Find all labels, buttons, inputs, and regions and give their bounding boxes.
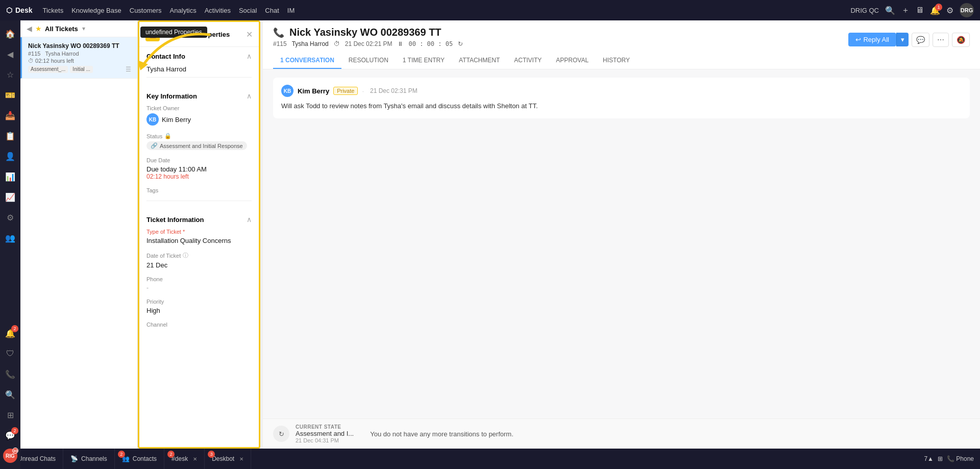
contact-info-chevron[interactable]: ∧ xyxy=(247,52,252,60)
notifications-icon[interactable]: 🔔 1 xyxy=(930,6,940,15)
nav-customers[interactable]: Customers xyxy=(130,7,162,14)
bottom-tab-desk[interactable]: #desk 2 ✕ xyxy=(164,449,205,469)
sidebar-chat-badge[interactable]: 💬 2 xyxy=(1,426,19,445)
state-label: CURRENT STATE xyxy=(296,424,354,430)
sidebar-grid[interactable]: ⊞ xyxy=(1,406,19,424)
nav-social[interactable]: Social xyxy=(239,7,257,14)
bottom-tab-channels[interactable]: 📡 Channels xyxy=(63,449,115,469)
ticket-item[interactable]: Nick Yasinsky WO 00289369 TT #115 Tysha … xyxy=(20,37,137,79)
status-field: Status 🔒 🔗 Assessment and Initial Respon… xyxy=(146,133,252,150)
sidebar-users[interactable]: 👤 xyxy=(1,147,19,165)
nav-analytics[interactable]: Analytics xyxy=(170,7,197,14)
channels-icon: 📡 xyxy=(70,455,78,462)
nav-activities[interactable]: Activities xyxy=(205,7,231,14)
sidebar-search[interactable]: 🔍 xyxy=(1,385,19,404)
reply-all-label: Reply All xyxy=(863,36,889,43)
desk-close-icon[interactable]: ✕ xyxy=(193,456,197,462)
ticket-item-tags: Assessment_... Initial ... ☰ xyxy=(28,66,131,73)
state-banner: ↻ CURRENT STATE Assessment and I... 21 D… xyxy=(263,418,980,449)
sidebar-org-circle[interactable]: RIG 30 xyxy=(1,447,19,465)
sidebar-collapse[interactable]: ◀ xyxy=(1,45,19,63)
bottom-tab-contacts[interactable]: 👥 Contacts 2 xyxy=(115,449,164,469)
more-actions-button[interactable]: ⋯ xyxy=(933,33,949,47)
desktop-icon[interactable]: 🖥 xyxy=(916,6,924,15)
mute-button[interactable]: 🔕 xyxy=(952,33,970,47)
state-value: Assessment and I... xyxy=(296,430,354,437)
chevron-down-icon[interactable]: ▾ xyxy=(82,25,85,32)
chat-action-button[interactable]: 💬 xyxy=(912,33,929,47)
ticket-info-chevron[interactable]: ∧ xyxy=(247,215,252,224)
sidebar-tickets[interactable]: 🎫 xyxy=(1,86,19,104)
nav-chat[interactable]: Chat xyxy=(265,7,279,14)
ticket-owner-field: Ticket Owner KB Kim Berry xyxy=(146,105,252,126)
sidebar-chart[interactable]: 📊 xyxy=(1,167,19,186)
ticket-type-label: Type of Ticket * xyxy=(146,229,252,235)
tab-history[interactable]: HISTORY xyxy=(596,53,637,69)
status-badge[interactable]: 🔗 Assessment and Initial Response xyxy=(146,141,247,150)
tabs-row: 1 CONVERSATION RESOLUTION 1 TIME ENTRY A… xyxy=(273,53,970,69)
sidebar-alerts[interactable]: 🔔 2 xyxy=(1,324,19,342)
sidebar-contacts[interactable]: 👥 xyxy=(1,229,19,247)
priority-value: High xyxy=(146,307,252,314)
settings-icon[interactable]: ⚙ xyxy=(946,6,953,15)
deskbot-close-icon[interactable]: ✕ xyxy=(239,456,243,462)
contact-name: Tysha Harrod xyxy=(146,65,252,73)
state-date: 21 Dec 04:31 PM xyxy=(296,437,354,443)
reply-all-button-group: ↩ Reply All ▾ xyxy=(848,33,909,46)
grid-icon[interactable]: ⊞ xyxy=(938,455,943,462)
tab-conversation[interactable]: 1 CONVERSATION xyxy=(273,53,341,69)
app-logo[interactable]: ⬡ Desk xyxy=(6,6,32,14)
top-navigation: ⬡ Desk Tickets Knowledge Base Customers … xyxy=(0,0,980,20)
reply-all-dropdown[interactable]: ▾ xyxy=(896,33,909,46)
bottom-right: 7▲ ⊞ 📞 Phone xyxy=(918,455,980,462)
sidebar-active[interactable]: 📋 xyxy=(1,127,19,145)
search-icon[interactable]: 🔍 xyxy=(885,6,895,15)
sidebar-reports[interactable]: 📈 xyxy=(1,188,19,206)
main-header: 📞 Nick Yasinsky WO 00289369 TT #115 Tysh… xyxy=(263,20,980,69)
reply-all-button[interactable]: ↩ Reply All xyxy=(848,33,896,46)
ticket-datetime: 21 Dec 02:21 PM xyxy=(345,40,393,47)
phone-field: Phone - xyxy=(146,276,252,291)
bottom-bar: 💬 30 Unread Chats 📡 Channels 👥 Contacts … xyxy=(0,449,980,469)
nav-knowledge-base[interactable]: Knowledge Base xyxy=(71,7,121,14)
ticket-info-header: Ticket Information ∧ xyxy=(146,215,252,224)
logo-icon: ⬡ xyxy=(6,6,12,14)
refresh-icon[interactable]: ↻ xyxy=(458,40,463,47)
tag-assessment: Assessment_... xyxy=(28,66,68,73)
desk-label: #desk xyxy=(172,455,188,462)
ticket-owner-label: Ticket Owner xyxy=(146,105,252,111)
sidebar-inbox[interactable]: 📥 xyxy=(1,106,19,125)
list-icon[interactable]: ☰ xyxy=(126,66,131,73)
phone-bottom[interactable]: 📞 Phone xyxy=(947,455,974,462)
date-value: 21 Dec xyxy=(146,261,252,269)
ticket-list-title[interactable]: All Tickets xyxy=(45,25,78,33)
message-time: 21 Dec 02:31 PM xyxy=(370,87,418,94)
ticket-meta-row: #115 Tysha Harrod ⏱ 21 Dec 02:21 PM ⏸ 00… xyxy=(273,40,463,47)
contacts-label: Contacts xyxy=(133,455,157,462)
tab-resolution[interactable]: RESOLUTION xyxy=(341,53,396,69)
nav-im[interactable]: IM xyxy=(287,7,295,14)
sidebar-star[interactable]: ☆ xyxy=(1,65,19,84)
star-icon[interactable]: ★ xyxy=(35,24,42,33)
ticket-item-id: #115 xyxy=(28,51,40,57)
properties-close-icon[interactable]: ✕ xyxy=(246,30,253,39)
tab-time-entry[interactable]: 1 TIME ENTRY xyxy=(396,53,452,69)
phone-value: - xyxy=(146,284,252,291)
tab-activity[interactable]: ACTIVITY xyxy=(507,53,549,69)
avatar[interactable]: DRG xyxy=(960,3,974,17)
tab-approval[interactable]: APPROVAL xyxy=(549,53,596,69)
sidebar-phone[interactable]: 📞 xyxy=(1,365,19,383)
back-icon[interactable]: ◀ xyxy=(27,24,32,33)
key-info-chevron[interactable]: ∧ xyxy=(247,92,252,100)
sidebar-gear[interactable]: ⚙ xyxy=(1,208,19,227)
sidebar-shield[interactable]: 🛡 xyxy=(1,344,19,363)
bottom-tab-deskbot[interactable]: Deskbot 3 ✕ xyxy=(205,449,251,469)
sidebar-home[interactable]: 🏠 xyxy=(1,24,19,43)
user-label[interactable]: DRIG QC xyxy=(850,7,879,14)
nav-tickets[interactable]: Tickets xyxy=(42,7,63,14)
zoom-level: 7▲ xyxy=(924,455,934,462)
tab-attachment[interactable]: ATTACHMENT xyxy=(452,53,507,69)
conversation-body: KB Kim Berry Private · 21 Dec 02:31 PM W… xyxy=(263,69,980,418)
lock-icon: 🔒 xyxy=(164,133,172,139)
add-icon[interactable]: ＋ xyxy=(901,5,910,16)
